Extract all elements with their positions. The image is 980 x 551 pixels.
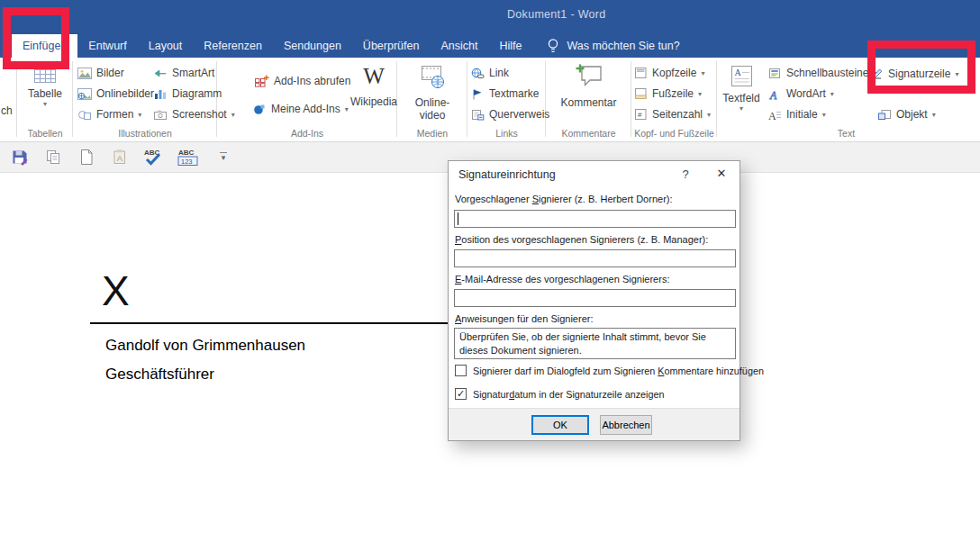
textmarke-label: Textmarke xyxy=(489,87,539,100)
onlinevideo-button[interactable]: Online- video xyxy=(398,63,467,122)
textfeld-button[interactable]: A Textfeld ▾ xyxy=(718,63,765,113)
dropdown-arrow-icon: ▾ xyxy=(932,111,936,119)
diagramm-button[interactable]: Diagramm xyxy=(153,86,222,102)
word-count-icon: ABC 123 xyxy=(177,148,200,167)
toolbar-overflow-button[interactable]: ▾ xyxy=(213,146,234,169)
kopfzeile-button[interactable]: Kopfzeile ▾ xyxy=(634,65,704,81)
objekt-button[interactable]: Objekt ▾ xyxy=(877,106,936,122)
tab-ansicht[interactable]: Ansicht xyxy=(430,34,488,58)
quick-parts-icon xyxy=(767,68,782,79)
schnellbausteine-button[interactable]: Schnellbausteine ▾ xyxy=(767,65,876,81)
signer-instructions-textarea[interactable]: Überprüfen Sie, ob der signierte Inhalt … xyxy=(454,328,736,359)
spelling-button[interactable]: ABC xyxy=(142,146,164,169)
tab-layout[interactable]: Layout xyxy=(138,34,194,58)
bookmark-flag-icon xyxy=(470,88,485,100)
show-sign-date-checkbox[interactable]: ✓ xyxy=(455,388,467,400)
seitenzahl-label: Seitenzahl xyxy=(652,108,703,121)
spelling-check-icon: ABC xyxy=(143,148,164,167)
kommentar-label: Kommentar xyxy=(547,96,631,109)
bilder-button[interactable]: Bilder xyxy=(77,65,124,81)
signer-email-label: E-Mail-Adresse des vorgeschlagenen Signi… xyxy=(455,274,669,285)
word-count-abc-text: ABC xyxy=(178,149,195,157)
cancel-button[interactable]: Abbrechen xyxy=(600,415,652,435)
tab-entwurf[interactable]: Entwurf xyxy=(77,34,137,58)
meine-addins-button[interactable]: Meine Add-Ins ▾ xyxy=(252,101,349,117)
meine-addins-label: Meine Add-Ins xyxy=(271,103,340,115)
ok-button[interactable]: OK xyxy=(531,415,589,435)
page-number-icon: # xyxy=(634,108,648,121)
wikipedia-button[interactable]: W Wikipedia xyxy=(344,63,404,108)
word-count-button[interactable]: ABC 123 xyxy=(176,146,201,169)
comment-icon xyxy=(575,63,603,87)
tab-sendungen[interactable]: Sendungen xyxy=(273,34,352,58)
cross-reference-icon xyxy=(470,109,485,121)
my-addins-icon xyxy=(252,104,267,115)
overflow-arrow-icon: ▾ xyxy=(220,152,227,162)
suggested-signer-input[interactable] xyxy=(454,210,736,228)
fusszeile-button[interactable]: Fußzeile ▾ xyxy=(634,86,702,102)
tell-me-label: Was möchten Sie tun? xyxy=(567,40,679,52)
dialog-close-button[interactable]: ✕ xyxy=(713,167,730,180)
allow-comments-checkbox-row[interactable]: Signierer darf im Dialogfeld zum Signier… xyxy=(455,365,764,376)
copy-button[interactable] xyxy=(42,146,64,169)
suggested-signer-label: Vorgeschlagener Signierer (z. B. Herbert… xyxy=(455,194,673,204)
table-icon xyxy=(33,63,57,85)
paste-format-button[interactable]: A xyxy=(109,146,131,169)
onlinebilder-button[interactable]: Onlinebilder xyxy=(77,86,154,102)
show-sign-date-checkbox-row[interactable]: ✓ Signaturdatum in der Signaturzeile anz… xyxy=(455,388,665,400)
signaturzeile-label: Signaturzeile xyxy=(888,68,950,80)
signer-instructions-label: Anweisungen für den Signierer: xyxy=(455,313,594,324)
group-divider xyxy=(716,61,717,137)
signaturzeile-button[interactable]: Signaturzeile ▾ xyxy=(868,66,958,82)
dialog-title: Signatureinrichtung xyxy=(458,168,556,181)
dropdown-arrow-icon: ▾ xyxy=(707,111,711,119)
window-title: Dokument1 - Word xyxy=(507,8,605,21)
save-button[interactable] xyxy=(9,146,31,169)
tell-me-search[interactable]: Was möchten Sie tun? xyxy=(547,34,679,58)
diagramm-label: Diagramm xyxy=(172,87,222,100)
svg-text:A: A xyxy=(768,109,776,121)
wordart-button[interactable]: A WordArt ▾ xyxy=(767,86,834,102)
signer-position-input[interactable] xyxy=(454,249,736,267)
group-divider xyxy=(545,61,546,137)
tab-referenzen[interactable]: Referenzen xyxy=(193,34,273,58)
bilder-label: Bilder xyxy=(96,67,124,79)
dialog-help-button[interactable]: ? xyxy=(678,167,693,181)
signature-setup-dialog: Signatureinrichtung ? ✕ Vorgeschlagener … xyxy=(448,160,740,441)
word-window: Dokument1 - Word Einfügen Entwurf Layout… xyxy=(0,0,980,551)
fusszeile-label: Fußzeile xyxy=(652,87,694,100)
svg-text:A: A xyxy=(734,68,741,77)
initiale-button[interactable]: A Initiale ▾ xyxy=(767,106,826,122)
group-addins: Add-Ins abrufen Meine Add-Ins ▾ W Wikipe… xyxy=(218,58,396,141)
signature-x-mark: X xyxy=(102,266,130,315)
tab-ueberpruefen[interactable]: Überprüfen xyxy=(352,34,431,58)
smartart-button[interactable]: SmartArt xyxy=(153,65,214,81)
link-button[interactable]: Link xyxy=(470,65,509,81)
chart-icon xyxy=(153,88,168,100)
initiale-label: Initiale xyxy=(786,108,818,121)
addins-abrufen-button[interactable]: Add-Ins abrufen xyxy=(254,73,350,89)
formen-button[interactable]: Formen ▾ xyxy=(77,106,141,122)
onlinebilder-label: Onlinebilder xyxy=(96,87,154,100)
tab-einfuegen[interactable]: Einfügen xyxy=(12,34,77,58)
allow-comments-label: Signierer darf im Dialogfeld zum Signier… xyxy=(473,366,764,376)
paste-format-icon: A xyxy=(112,149,128,166)
online-video-icon xyxy=(419,63,446,90)
allow-comments-checkbox[interactable] xyxy=(455,365,467,376)
textmarke-button[interactable]: Textmarke xyxy=(470,86,539,102)
group-divider xyxy=(72,61,73,137)
seitenzahl-button[interactable]: # Seitenzahl ▾ xyxy=(634,106,711,122)
new-document-button[interactable] xyxy=(76,146,97,169)
signer-position-label: Position des vorgeschlagenen Signierers … xyxy=(455,234,708,245)
signer-email-input[interactable] xyxy=(454,289,736,307)
querverweis-button[interactable]: Querverweis xyxy=(470,106,549,122)
kommentar-button[interactable]: Kommentar xyxy=(547,63,631,109)
group-divider xyxy=(631,61,631,137)
tab-hilfe[interactable]: Hilfe xyxy=(488,34,532,58)
kopfzeile-label: Kopfzeile xyxy=(652,67,696,79)
textfeld-label: Textfeld xyxy=(718,92,765,104)
onlinevideo-label-line1: Online- xyxy=(398,96,467,109)
tabelle-button[interactable]: Tabelle ▾ xyxy=(18,63,72,108)
svg-text:#: # xyxy=(638,111,642,119)
dropdown-arrow-icon: ▾ xyxy=(955,70,958,78)
